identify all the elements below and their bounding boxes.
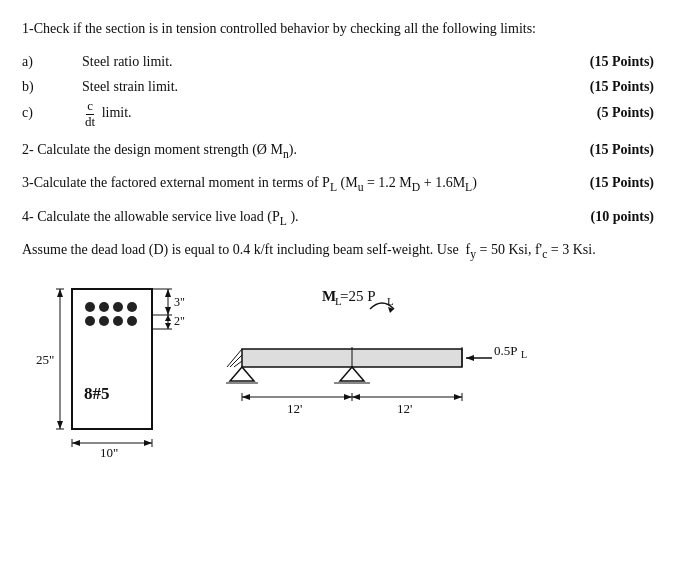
svg-text:2": 2" (174, 314, 185, 328)
diagram-area: 8#5 25" 10" 3" 2" M L (22, 279, 654, 459)
svg-text:=25 P: =25 P (340, 288, 376, 304)
svg-point-3 (113, 302, 123, 312)
svg-point-7 (113, 316, 123, 326)
svg-marker-55 (242, 394, 250, 400)
svg-marker-49 (466, 355, 474, 361)
svg-marker-14 (57, 421, 63, 429)
problem-4: 4- Calculate the allowable service live … (22, 206, 654, 231)
list-label-b: b) (22, 74, 82, 99)
list-label-a: a) (22, 49, 82, 74)
list-item-c: c) c dt limit. (5 Points) (22, 99, 654, 129)
svg-text:3": 3" (174, 295, 185, 309)
svg-text:10": 10" (100, 445, 118, 459)
svg-marker-56 (344, 394, 352, 400)
svg-marker-19 (72, 440, 80, 446)
beam-diagram: M L =25 P L 0.5P L 1 (222, 279, 532, 459)
svg-rect-0 (72, 289, 152, 429)
problem-2-text: 2- Calculate the design moment strength … (22, 139, 534, 164)
svg-marker-13 (57, 289, 63, 297)
intro-text: 1-Check if the section is in tension con… (22, 18, 654, 39)
assume-line: Assume the dead load (D) is equal to 0.4… (22, 239, 654, 264)
problem-4-points: (10 points) (534, 206, 654, 228)
svg-marker-30 (165, 315, 171, 321)
svg-marker-42 (230, 367, 254, 381)
list-points-c: (5 Points) (534, 100, 654, 125)
svg-text:12': 12' (287, 401, 302, 416)
svg-text:12': 12' (397, 401, 412, 416)
svg-marker-26 (165, 289, 171, 297)
list-points-b: (15 Points) (534, 74, 654, 99)
svg-point-8 (127, 316, 137, 326)
problem-4-text: 4- Calculate the allowable service live … (22, 206, 534, 231)
svg-point-6 (99, 316, 109, 326)
svg-marker-60 (352, 394, 360, 400)
list-content-a: Steel ratio limit. (82, 49, 534, 74)
problem-3-text: 3-Calculate the factored external moment… (22, 172, 534, 197)
svg-point-4 (127, 302, 137, 312)
svg-line-39 (227, 349, 242, 367)
check-list: a) Steel ratio limit. (15 Points) b) Ste… (22, 49, 654, 129)
svg-marker-31 (165, 323, 171, 329)
fraction-c-over-dt: c dt (84, 99, 96, 129)
problem-3: 3-Calculate the factored external moment… (22, 172, 654, 197)
list-content-b: Steel strain limit. (82, 74, 534, 99)
svg-point-5 (85, 316, 95, 326)
svg-text:8#5: 8#5 (84, 384, 110, 403)
list-item-b: b) Steel strain limit. (15 Points) (22, 74, 654, 99)
svg-marker-61 (454, 394, 462, 400)
svg-point-1 (85, 302, 95, 312)
list-points-a: (15 Points) (534, 49, 654, 74)
problem-2: 2- Calculate the design moment strength … (22, 139, 654, 164)
list-content-c: c dt limit. (82, 99, 534, 129)
svg-marker-20 (144, 440, 152, 446)
svg-text:25": 25" (36, 352, 54, 367)
svg-marker-45 (340, 367, 364, 381)
svg-text:0.5P: 0.5P (494, 343, 517, 358)
svg-point-2 (99, 302, 109, 312)
problem-3-points: (15 Points) (534, 172, 654, 194)
svg-marker-27 (165, 307, 171, 315)
cross-section-diagram: 8#5 25" 10" 3" 2" (32, 279, 192, 459)
list-item-a: a) Steel ratio limit. (15 Points) (22, 49, 654, 74)
list-label-c: c) (22, 100, 82, 125)
problem-2-points: (15 Points) (534, 139, 654, 161)
svg-text:L: L (521, 349, 527, 360)
